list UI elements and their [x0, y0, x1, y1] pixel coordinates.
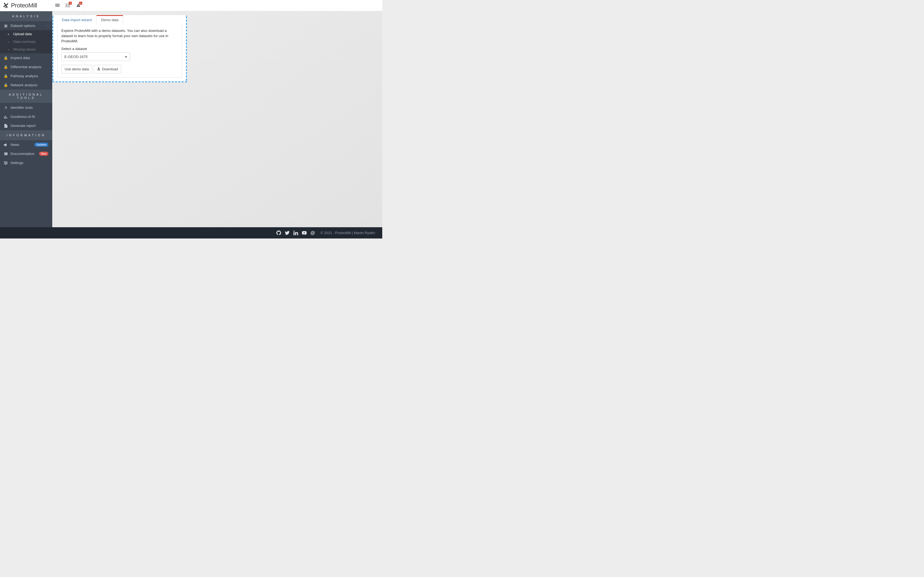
- svg-point-21: [5, 163, 6, 164]
- select-label: Select a dataset: [61, 47, 178, 51]
- section-additional-tools: ADDITIONAL TOOLS: [0, 90, 52, 103]
- sliders-icon: [4, 161, 8, 164]
- youtube-icon: [302, 230, 307, 235]
- warnings-badge: 2: [79, 2, 82, 5]
- lock-icon: 🔒: [4, 83, 8, 87]
- svg-rect-13: [5, 116, 6, 118]
- new-badge: New: [39, 152, 48, 156]
- sidebar-item-label: Upload data: [13, 32, 32, 36]
- table-icon: ▦: [4, 24, 8, 28]
- sidebar-item-label: Generate report: [10, 124, 36, 128]
- svg-rect-7: [66, 6, 66, 7]
- svg-rect-6: [67, 5, 70, 6]
- bar-chart-icon: [4, 115, 8, 118]
- section-analysis: ANALYSIS: [0, 11, 52, 21]
- messages-badge: 2: [69, 2, 72, 5]
- bars-icon: [55, 3, 60, 8]
- github-link[interactable]: [276, 230, 281, 235]
- svg-rect-14: [6, 117, 7, 118]
- sidebar-item-label: Missing values: [13, 48, 36, 52]
- sidebar-item-identifier-tools[interactable]: A Identifier tools: [0, 103, 52, 112]
- sidebar-item-label: Inspect data: [10, 56, 30, 60]
- book-icon: [4, 152, 8, 156]
- youtube-link[interactable]: [302, 230, 307, 235]
- social-links: @: [276, 230, 315, 236]
- updates-badge: Updates: [34, 143, 48, 147]
- copyright-text: © 2021 · ProteoMill | Martin Rydén: [320, 231, 375, 235]
- brand-block: ProteoMill: [0, 0, 52, 11]
- sidebar: ANALYSIS ▦ Dataset options ‹ ▸ Upload da…: [0, 11, 52, 227]
- sidebar-item-label: News: [10, 143, 19, 147]
- tab-demo-data[interactable]: Demo data: [96, 15, 123, 24]
- sidebar-item-label: Data summary: [13, 40, 36, 44]
- download-icon: [97, 67, 100, 71]
- sidebar-item-data-summary[interactable]: ▸ Data summary: [0, 38, 52, 46]
- svg-rect-8: [67, 6, 70, 7]
- font-icon: A: [4, 105, 8, 110]
- sidebar-item-label: Dataset options: [10, 24, 35, 28]
- svg-rect-2: [55, 6, 60, 6]
- tab-data-import-wizard[interactable]: Data import wizard: [57, 15, 96, 24]
- at-icon: @: [310, 230, 315, 236]
- download-button[interactable]: Download: [94, 65, 121, 73]
- messages-button[interactable]: 2: [63, 0, 73, 11]
- sidebar-item-label: Goodness-of-fit: [10, 114, 35, 119]
- tab-bar: Data import wizard Demo data: [57, 15, 182, 24]
- chevron-left-icon: ‹: [47, 24, 48, 27]
- dataset-select-value: E-GEOD-1675: [65, 55, 88, 59]
- sidebar-item-documentation[interactable]: Documentation New: [0, 149, 52, 158]
- sidebar-item-generate-report[interactable]: Generate report: [0, 121, 52, 130]
- import-card: Data import wizard Demo data Explore Pro…: [57, 15, 182, 77]
- caret-right-icon: ▸: [6, 33, 10, 35]
- linkedin-link[interactable]: [293, 230, 298, 235]
- sidebar-item-label: Settings: [10, 161, 23, 165]
- warnings-button[interactable]: 2: [73, 0, 84, 11]
- bullhorn-icon: [4, 143, 8, 147]
- lock-icon: 🔒: [4, 74, 8, 78]
- brand-name: ProteoMill: [11, 2, 37, 9]
- svg-rect-22: [97, 69, 100, 70]
- twitter-link[interactable]: [285, 230, 289, 235]
- footer: @ © 2021 · ProteoMill | Martin Rydén: [0, 227, 382, 239]
- sidebar-item-missing-values[interactable]: ▸ Missing values: [0, 46, 52, 53]
- github-icon: [276, 230, 281, 235]
- sidebar-item-label: Documentation: [10, 152, 34, 156]
- svg-rect-10: [78, 6, 79, 6]
- button-label: Use demo data: [65, 67, 89, 71]
- dropzone[interactable]: Data import wizard Demo data Explore Pro…: [52, 15, 187, 82]
- linkedin-icon: [293, 230, 298, 235]
- toggle-sidebar-button[interactable]: [52, 0, 63, 11]
- button-label: Download: [102, 67, 118, 71]
- sidebar-item-upload-data[interactable]: ▸ Upload data: [0, 30, 52, 38]
- lock-icon: 🔒: [4, 56, 8, 60]
- sidebar-item-network-analysis[interactable]: 🔒 Network analysis: [0, 81, 52, 90]
- section-information: INFORMATION: [0, 130, 52, 140]
- top-header: ProteoMill 2 2: [0, 0, 382, 11]
- demo-description: Explore ProteoMill with a demo datasets.…: [61, 28, 178, 44]
- svg-rect-5: [66, 5, 66, 6]
- button-row: Use demo data Download: [61, 65, 178, 73]
- main-content: Data import wizard Demo data Explore Pro…: [52, 11, 382, 227]
- svg-rect-3: [66, 3, 66, 5]
- caret-right-icon: ▸: [6, 41, 10, 43]
- tab-content-demo: Explore ProteoMill with a demo datasets.…: [57, 24, 182, 77]
- caret-down-icon: ▾: [125, 55, 127, 59]
- svg-rect-15: [5, 145, 5, 147]
- sidebar-item-dataset-options[interactable]: ▦ Dataset options ‹: [0, 21, 52, 30]
- sidebar-item-pathway-analysis[interactable]: 🔒 Pathway analysis: [0, 71, 52, 81]
- svg-rect-1: [55, 5, 60, 5]
- file-icon: [4, 124, 8, 128]
- use-demo-data-button[interactable]: Use demo data: [61, 65, 92, 73]
- twitter-icon: [285, 230, 289, 235]
- dataset-select[interactable]: E-GEOD-1675 ▾: [61, 53, 130, 61]
- sidebar-item-label: Pathway analysis: [10, 74, 38, 78]
- sidebar-item-settings[interactable]: Settings: [0, 158, 52, 167]
- sidebar-item-goodness-of-fit[interactable]: Goodness-of-fit: [0, 112, 52, 121]
- svg-rect-12: [4, 116, 5, 118]
- svg-point-19: [6, 163, 7, 163]
- sidebar-item-news[interactable]: News Updates: [0, 140, 52, 149]
- email-link[interactable]: @: [310, 230, 315, 236]
- svg-rect-9: [78, 5, 79, 6]
- sidebar-item-inspect-data[interactable]: 🔒 Inspect data: [0, 53, 52, 62]
- sidebar-item-differential-analysis[interactable]: 🔒 Differential analysis: [0, 62, 52, 71]
